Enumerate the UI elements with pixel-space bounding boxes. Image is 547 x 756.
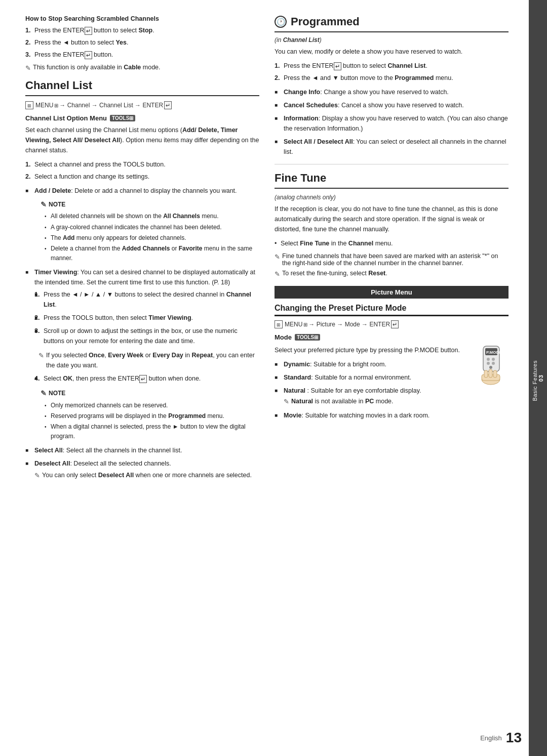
note-block-2: ✎ NOTE Only memorized channels can be re… [41,388,259,441]
timer-step-4-list: 4. Select OK, then press the ENTER↵ butt… [34,373,259,384]
select-deselect-all-item: Select All / Deselect All: You can selec… [275,137,509,157]
svg-rect-12 [493,370,497,377]
mode-intro: Select your preferred picture type by pr… [275,345,468,355]
add-delete-item: Add / Delete: Delete or add a channel to… [25,186,259,263]
note-bullets-2: Only memorized channels can be reserved.… [45,401,259,442]
channel-list-menu-path: ⊞ MENU⊞ → Channel → Channel List → ENTER… [25,101,259,109]
natural-item: Natural : Suitable for an eye comfortabl… [275,386,468,407]
tools-badge-mode: TOOLS⊞ [295,334,320,341]
footer-language: English [480,734,502,742]
standard-item: Standard: Suitable for a normal environm… [275,372,468,383]
footer: English 13 [480,730,522,746]
right-column: 🕐 Programmed (in Channel List) You can v… [275,15,509,726]
svg-point-7 [489,366,492,369]
note-bullet-2-2: Reserved programs will be displayed in t… [45,411,259,421]
how-to-step-3: 3. Press the ENTER↵ button. [25,50,259,60]
information-item: Information: Display a show you have res… [275,113,509,134]
programmed-intro: You can view, modify or delete a show yo… [275,47,509,57]
how-to-stop-section: How to Stop Searching Scrambled Channels… [25,15,259,72]
svg-rect-11 [489,369,492,377]
channel-list-intro: Set each channel using the Channel List … [25,125,259,155]
picture-menu-bar: Picture Menu [275,286,509,299]
channel-step-1: 1. Select a channel and press the TOOLS … [25,159,259,170]
note-block-1: ✎ NOTE All deleted channels will be show… [41,199,259,263]
note-bullet-1-4: Delete a channel from the Added Channels… [45,244,259,263]
fine-tune-reset: ✎ To reset the fine-tuning, select Reset… [275,270,509,278]
programmed-title: 🕐 Programmed [275,15,509,32]
menu-icon-2: ⊞ [275,320,283,328]
main-options-list: Add / Delete: Delete or add a channel to… [25,186,259,481]
programmed-step-2: 2. Press the ◄ and ▼ button move to the … [275,73,509,83]
pmode-image: P.MODE [473,345,509,386]
if-note: ✎ If you selected Once, Every Week or Ev… [38,350,259,370]
timer-step-2: 2. Press the TOOLS button, then select T… [34,313,259,323]
note-label-2: ✎ NOTE [41,388,259,399]
note-bullet-1-3: The Add menu only appears for deleted ch… [45,233,259,243]
deselect-note: ✎ You can only select Deselect All when … [34,470,259,481]
svg-rect-10 [484,370,488,377]
note-bullets-1: All deleted channels will be shown on th… [45,212,259,263]
select-all-item: Select All: Select all the channels in t… [25,445,259,455]
programmed-step-1: 1. Press the ENTER↵ button to select Cha… [275,61,509,71]
how-to-step-2: 2. Press the ◄ button to select Yes. [25,37,259,48]
fine-tune-title: Fine Tune [275,172,509,189]
fine-tune-subtitle: (analog channels only) [275,194,509,201]
channel-list-steps: 1. Select a channel and press the TOOLS … [25,159,259,182]
how-to-steps-list: 1. Press the ENTER↵ button to select Sto… [25,25,259,60]
function-note: ✎ This function is only available in Cab… [25,64,259,72]
fine-tune-section: Fine Tune (analog channels only) If the … [275,172,509,278]
tools-badge-1: TOOLS⊞ [110,115,135,121]
programmed-section: 🕐 Programmed (in Channel List) You can v… [275,15,509,157]
side-tab-number: 03 [538,374,544,382]
svg-text:P.MODE: P.MODE [486,350,502,355]
cancel-schedules-item: Cancel Schedules: Cancel a show you have… [275,100,509,110]
channel-step-2: 2. Select a function and change its sett… [25,172,259,182]
svg-point-5 [487,362,490,365]
fine-tune-note: ✎ Fine tuned channels that have been sav… [275,253,509,267]
timer-viewing-item: Timer Viewing: You can set a desired cha… [25,267,259,441]
channel-list-section: Channel List ⊞ MENU⊞ → Channel → Channel… [25,79,259,481]
clock-icon: 🕐 [275,16,287,28]
dynamic-item: Dynamic: Suitable for a bright room. [275,359,468,369]
picture-menu-path: ⊞ MENU⊞ → Picture → Mode → ENTER↵ [275,320,509,328]
svg-point-3 [487,358,490,361]
changing-preset-section: Changing the Preset Picture Mode ⊞ MENU⊞… [275,304,509,425]
fine-tune-select: Select Fine Tune in the Channel menu. [275,238,509,248]
side-tab-label: Basic Features [532,360,538,401]
footer-page-number: 13 [506,730,522,746]
note-bullet-2-3: When a digital channel is selected, pres… [45,422,259,441]
programmed-options: Change Info: Change a show you have rese… [275,87,509,157]
programmed-subtitle: (in Channel List) [275,36,509,44]
how-to-step-1: 1. Press the ENTER↵ button to select Sto… [25,25,259,35]
timer-step-3: 3. Scroll up or down to adjust the setti… [34,326,259,346]
fine-tune-bullets: Select Fine Tune in the Channel menu. [275,238,509,248]
note-bullet-1-2: A gray-colored channel indicates the cha… [45,223,259,232]
pmode-svg: P.MODE [473,345,509,386]
timer-step-4: 4. Select OK, then press the ENTER↵ butt… [34,373,259,384]
programmed-steps: 1. Press the ENTER↵ button to select Cha… [275,61,509,83]
left-column: How to Stop Searching Scrambled Channels… [25,15,259,726]
natural-note: ✎ Natural is not available in PC mode. [284,396,468,407]
fine-tune-intro: If the reception is clear, you do not ha… [275,204,509,234]
channel-list-title: Channel List [25,79,259,96]
channel-list-option-title: Channel List Option Menu TOOLS⊞ [25,114,259,122]
svg-point-6 [492,362,495,365]
timer-steps: 1. Press the ◄ / ► / ▲ / ▼ buttons to se… [34,289,259,346]
note-label-1: ✎ NOTE [41,199,259,210]
mode-container: Select your preferred picture type by pr… [275,345,509,425]
svg-point-4 [492,358,495,361]
mode-list: Dynamic: Suitable for a bright room. Sta… [275,359,468,421]
change-info-item: Change Info: Change a show you have rese… [275,87,509,97]
mode-text: Select your preferred picture type by pr… [275,345,468,425]
menu-icon: ⊞ [25,101,33,109]
mode-title: Mode TOOLS⊞ [275,333,509,341]
note-bullet-2-1: Only memorized channels can be reserved. [45,401,259,410]
how-to-stop-title: How to Stop Searching Scrambled Channels [25,15,259,22]
side-tab: 03 Basic Features [529,0,547,756]
timer-step-1: 1. Press the ◄ / ► / ▲ / ▼ buttons to se… [34,289,259,310]
movie-item: Movie: Suitable for watching movies in a… [275,410,468,421]
deselect-all-item: Deselect All: Deselect all the selected … [25,458,259,481]
changing-preset-title: Changing the Preset Picture Mode [275,304,509,316]
note-bullet-1-1: All deleted channels will be shown on th… [45,212,259,221]
